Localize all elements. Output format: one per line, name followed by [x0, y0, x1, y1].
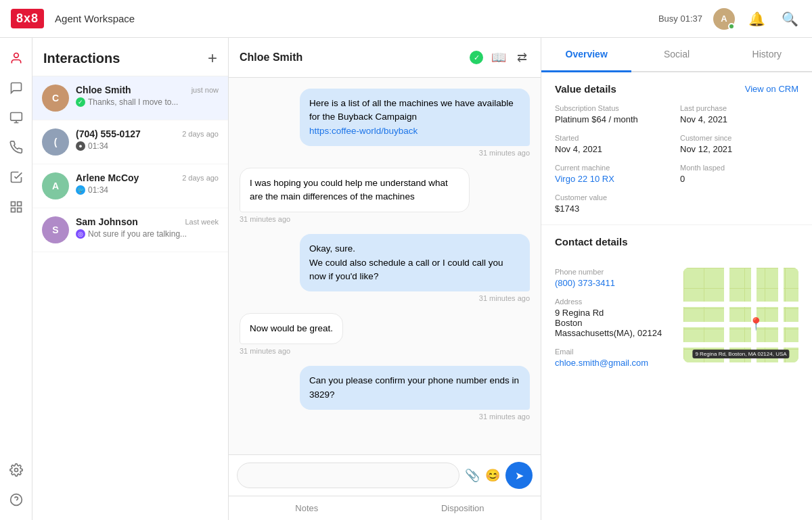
interactions-sidebar: Interactions + C Chloe Smith just now ✓ … [32, 38, 229, 520]
contact-name: (704) 555-0127 [76, 128, 141, 139]
svg-rect-1 [10, 113, 22, 121]
address-label: Address [555, 298, 675, 306]
chat-input-row: 📎 😊 ➤ [229, 455, 541, 496]
detail-item: Started Nov 4, 2021 [555, 134, 673, 154]
message-time: 31 minutes ago [240, 215, 530, 223]
contact-item[interactable]: S Sam Johnson Last week ◎ Not sure if yo… [32, 208, 228, 252]
nav-chat[interactable] [4, 76, 28, 100]
main-layout: Interactions + C Chloe Smith just now ✓ … [0, 38, 812, 520]
detail-item: Current machine Virgo 22 10 RX [555, 164, 673, 184]
contact-item[interactable]: C Chloe Smith just now ✓ Thanks, shall I… [32, 76, 228, 120]
notes-tab[interactable]: Notes [229, 496, 385, 520]
address-line3: Massachusetts(MA), 02124 [555, 328, 675, 338]
contact-name-row: Arlene McCoy 2 days ago [76, 172, 219, 183]
chat-book-button[interactable]: 📖 [489, 47, 509, 68]
channel-icon: 🐦 [76, 185, 85, 195]
message-group: Now would be great. 31 minutes ago [240, 313, 530, 355]
agent-avatar-wrap: A [713, 8, 735, 30]
attach-button[interactable]: 📎 [465, 468, 480, 483]
messages-area: Here is a list of all the machines we ha… [229, 78, 541, 454]
channel-icon: ✓ [76, 97, 85, 107]
detail-item: Customer value $1743 [555, 193, 673, 214]
phone-label: Phone number [555, 268, 675, 276]
message-link[interactable]: https:coffee-world/buyback [309, 126, 418, 136]
contact-item[interactable]: A Arlene McCoy 2 days ago 🐦 01:34 [32, 164, 228, 208]
value-details-section: Value details View on CRM Subscription S… [541, 72, 812, 225]
contact-details-col: Phone number (800) 373-3411 Address 9 Re… [555, 268, 675, 377]
detail-label: Month lasped [680, 164, 798, 172]
message-time: 31 minutes ago [240, 294, 530, 302]
contact-info: Arlene McCoy 2 days ago 🐦 01:34 [76, 172, 219, 195]
tab-history[interactable]: History [722, 38, 812, 72]
emoji-button[interactable]: 😊 [485, 468, 500, 483]
value-details-grid: Subscription Status Platinum $64 / month… [555, 104, 798, 214]
right-tabs: Overview Social History [541, 38, 812, 72]
nav-tasks[interactable] [4, 165, 28, 189]
message-group: Can you please confirm your phone number… [240, 366, 530, 421]
nav-screen[interactable] [4, 105, 28, 130]
message-bubble: I was hoping you could help me understan… [240, 168, 470, 213]
search-button[interactable]: 🔍 [779, 8, 801, 30]
svg-rect-3 [17, 202, 21, 206]
svg-rect-4 [17, 208, 21, 212]
message-time: 31 minutes ago [240, 149, 530, 157]
contact-info: (704) 555-0127 2 days ago ● 01:34 [76, 128, 219, 151]
contact-preview-text: Thanks, shall I move to... [88, 97, 178, 107]
contact-info-area: Phone number (800) 373-3411 Address 9 Re… [541, 257, 812, 388]
email-value[interactable]: chloe.smith@gmail.com [555, 358, 675, 368]
online-indicator [728, 23, 735, 30]
detail-value[interactable]: Virgo 22 10 RX [555, 174, 673, 184]
disposition-tab[interactable]: Disposition [385, 496, 541, 520]
contact-list: C Chloe Smith just now ✓ Thanks, shall I… [32, 76, 228, 520]
sidebar-header: Interactions + [32, 38, 228, 76]
phone-value[interactable]: (800) 373-3411 [555, 278, 675, 288]
message-time: 31 minutes ago [240, 412, 530, 421]
message-bubble: Now would be great. [240, 313, 343, 344]
map-pin-icon: 📍 [748, 316, 763, 331]
contact-time: just now [191, 86, 219, 94]
channel-icon: ◎ [76, 229, 85, 239]
message-group: Here is a list of all the machines we ha… [240, 89, 530, 157]
chat-input[interactable] [237, 463, 459, 488]
email-label: Email [555, 348, 675, 356]
tab-overview[interactable]: Overview [541, 38, 631, 72]
detail-item: Subscription Status Platinum $64 / month [555, 104, 673, 124]
contact-item[interactable]: ( (704) 555-0127 2 days ago ● 01:34 [32, 120, 228, 164]
contact-info: Chloe Smith just now ✓ Thanks, shall I m… [76, 85, 219, 107]
view-crm-link[interactable]: View on CRM [745, 84, 798, 94]
map-preview: 📍 9 Regina Rd, Boston, MA 02124, USA [683, 268, 798, 362]
nav-interactions[interactable] [4, 46, 28, 70]
message-group: Okay, sure.We could also schedule a call… [240, 234, 530, 302]
nav-phone[interactable] [4, 135, 28, 160]
nav-tags[interactable] [4, 195, 28, 219]
tab-social[interactable]: Social [631, 38, 721, 72]
contact-preview: 🐦 01:34 [76, 185, 219, 195]
nav-help[interactable] [4, 488, 28, 512]
contact-preview: ● 01:34 [76, 141, 219, 151]
contact-name: Arlene McCoy [76, 172, 139, 183]
svg-point-6 [14, 469, 18, 472]
contact-details-title: Contact details [555, 236, 628, 247]
send-button[interactable]: ➤ [505, 462, 533, 489]
contact-name: Sam Johnson [76, 216, 138, 227]
detail-value: Nov 4, 2021 [680, 114, 798, 124]
detail-label: Started [555, 134, 673, 142]
contact-avatar: ( [42, 128, 69, 156]
chat-channel-icon: ✓ [470, 51, 483, 64]
logo: 8x8 [11, 9, 44, 28]
left-nav [0, 38, 32, 520]
map-label: 9 Regina Rd, Boston, MA 02124, USA [692, 350, 789, 358]
detail-item: Customer since Nov 12, 2021 [680, 134, 798, 154]
chat-transfer-button[interactable]: ⇄ [514, 47, 530, 68]
right-panel: Overview Social History Value details Vi… [541, 38, 812, 520]
message-bubble: Here is a list of all the machines we ha… [300, 89, 530, 146]
nav-settings[interactable] [4, 458, 28, 482]
notifications-button[interactable]: 🔔 [746, 8, 768, 30]
detail-value: Platinum $64 / month [555, 114, 673, 124]
detail-item: Month lasped 0 [680, 164, 798, 184]
chat-contact-name: Chloe Smith [240, 51, 464, 64]
add-interaction-button[interactable]: + [208, 50, 217, 66]
value-details-title: Value details [555, 83, 616, 95]
contact-avatar: A [42, 172, 69, 199]
address-line2: Boston [555, 318, 675, 328]
